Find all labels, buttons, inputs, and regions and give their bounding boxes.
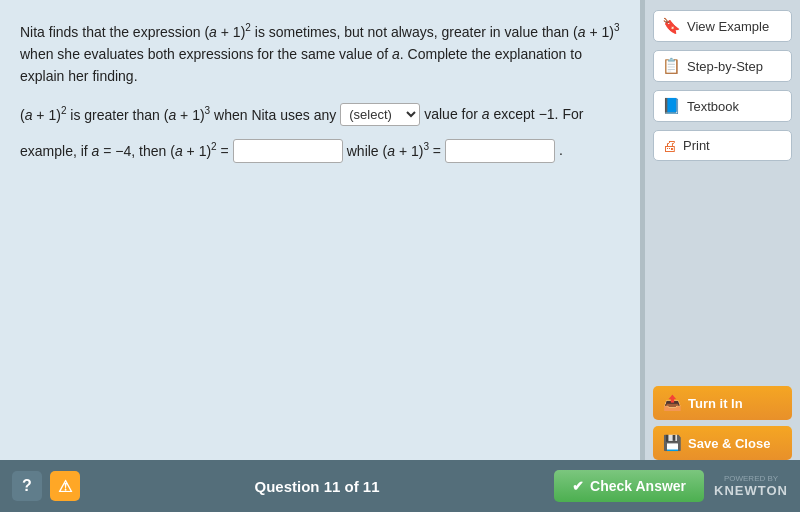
textbook-label: Textbook	[687, 99, 739, 114]
knewton-logo: POWERED BY KNEWTON	[714, 474, 788, 498]
view-example-icon: 🔖	[662, 17, 681, 35]
text-segment-3: example, if a = −4, then (a + 1)2 =	[20, 138, 229, 164]
footer-right: ✔ Check Answer POWERED BY KNEWTON	[554, 470, 788, 502]
help-button[interactable]: ?	[12, 471, 42, 501]
brand-name: KNEWTON	[714, 483, 788, 498]
answer-box-2[interactable]	[445, 139, 555, 163]
turn-it-in-label: Turn it In	[688, 396, 743, 411]
main-content-area: Nita finds that the expression (a + 1)2 …	[0, 0, 640, 460]
step-by-step-icon: 📋	[662, 57, 681, 75]
text-segment-1: (a + 1)2 is greater than (a + 1)3 when N…	[20, 102, 336, 128]
save-close-button[interactable]: 💾 Save & Close	[653, 426, 792, 460]
problem-description: Nita finds that the expression (a + 1)2 …	[20, 20, 620, 88]
save-close-icon: 💾	[663, 434, 682, 452]
flag-button[interactable]: ⚠	[50, 471, 80, 501]
answer-box-1[interactable]	[233, 139, 343, 163]
save-close-label: Save & Close	[688, 436, 770, 451]
view-example-button[interactable]: 🔖 View Example	[653, 10, 792, 42]
problem-text: Nita finds that the expression (a + 1)2 …	[20, 20, 620, 164]
view-example-label: View Example	[687, 19, 769, 34]
turn-it-in-icon: 📤	[663, 394, 682, 412]
text-segment-2: value for a except −1. For	[424, 102, 583, 127]
print-icon: 🖨	[662, 137, 677, 154]
step-by-step-label: Step-by-Step	[687, 59, 763, 74]
textbook-icon: 📘	[662, 97, 681, 115]
textbook-button[interactable]: 📘 Textbook	[653, 90, 792, 122]
check-answer-label: Check Answer	[590, 478, 686, 494]
turn-it-in-button[interactable]: 📤 Turn it In	[653, 386, 792, 420]
checkmark-icon: ✔	[572, 478, 584, 494]
footer-left: ? ⚠	[12, 471, 80, 501]
fill-in-row-2: example, if a = −4, then (a + 1)2 = whil…	[20, 138, 620, 164]
print-label: Print	[683, 138, 710, 153]
footer-bar: ? ⚠ Question 11 of 11 ✔ Check Answer POW…	[0, 460, 800, 512]
step-by-step-button[interactable]: 📋 Step-by-Step	[653, 50, 792, 82]
check-answer-button[interactable]: ✔ Check Answer	[554, 470, 704, 502]
powered-by-text: POWERED BY	[724, 474, 778, 483]
value-type-select[interactable]: (select) any negative positive integer	[340, 103, 420, 126]
bottom-actions: 📤 Turn it In 💾 Save & Close	[645, 386, 800, 460]
fill-in-row-1: (a + 1)2 is greater than (a + 1)3 when N…	[20, 102, 620, 128]
footer-center: Question 11 of 11	[80, 478, 554, 495]
text-segment-4: while (a + 1)3 =	[347, 138, 441, 164]
print-button[interactable]: 🖨 Print	[653, 130, 792, 161]
question-label: Question 11 of 11	[255, 478, 380, 495]
text-segment-5: .	[559, 138, 563, 163]
